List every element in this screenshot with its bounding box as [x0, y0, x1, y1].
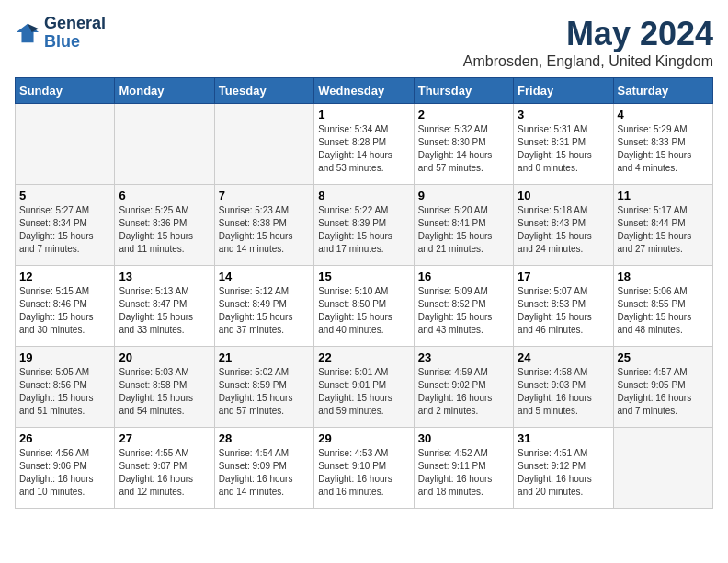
calendar-cell: 16Sunrise: 5:09 AM Sunset: 8:52 PM Dayli… — [414, 266, 513, 347]
weekday-header-thursday: Thursday — [414, 78, 513, 104]
logo-icon — [15, 20, 40, 46]
day-info: Sunrise: 5:12 AM Sunset: 8:49 PM Dayligh… — [219, 285, 310, 337]
day-number: 25 — [618, 350, 709, 364]
day-number: 5 — [19, 189, 110, 202]
day-number: 23 — [418, 350, 509, 364]
day-info: Sunrise: 5:10 AM Sunset: 8:50 PM Dayligh… — [318, 285, 409, 337]
calendar-cell: 26Sunrise: 4:56 AM Sunset: 9:06 PM Dayli… — [16, 428, 115, 509]
day-info: Sunrise: 5:13 AM Sunset: 8:47 PM Dayligh… — [119, 285, 210, 337]
day-number: 17 — [518, 270, 609, 283]
day-info: Sunrise: 5:03 AM Sunset: 8:58 PM Dayligh… — [119, 366, 210, 418]
day-info: Sunrise: 5:07 AM Sunset: 8:53 PM Dayligh… — [518, 285, 609, 337]
day-info: Sunrise: 5:15 AM Sunset: 8:46 PM Dayligh… — [19, 285, 110, 337]
day-info: Sunrise: 5:01 AM Sunset: 9:01 PM Dayligh… — [318, 366, 409, 418]
day-number: 8 — [318, 189, 409, 202]
title-block: May 2024 Ambrosden, England, United King… — [463, 15, 713, 70]
day-number: 22 — [318, 350, 409, 364]
calendar-cell: 23Sunrise: 4:59 AM Sunset: 9:02 PM Dayli… — [414, 347, 513, 428]
calendar-cell — [115, 104, 214, 185]
weekday-header-sunday: Sunday — [16, 78, 115, 104]
calendar-cell: 14Sunrise: 5:12 AM Sunset: 8:49 PM Dayli… — [214, 266, 313, 347]
calendar-cell: 22Sunrise: 5:01 AM Sunset: 9:01 PM Dayli… — [314, 347, 414, 428]
calendar-cell: 11Sunrise: 5:17 AM Sunset: 8:44 PM Dayli… — [613, 185, 712, 266]
day-info: Sunrise: 4:57 AM Sunset: 9:05 PM Dayligh… — [618, 366, 709, 418]
day-number: 1 — [318, 108, 409, 121]
calendar-cell: 9Sunrise: 5:20 AM Sunset: 8:41 PM Daylig… — [414, 185, 513, 266]
calendar-cell: 8Sunrise: 5:22 AM Sunset: 8:39 PM Daylig… — [314, 185, 414, 266]
calendar-cell: 25Sunrise: 4:57 AM Sunset: 9:05 PM Dayli… — [613, 347, 712, 428]
day-number: 12 — [19, 270, 110, 283]
day-info: Sunrise: 4:53 AM Sunset: 9:10 PM Dayligh… — [318, 447, 409, 499]
day-number: 20 — [119, 350, 210, 364]
day-number: 27 — [119, 431, 210, 445]
location: Ambrosden, England, United Kingdom — [463, 53, 713, 70]
day-info: Sunrise: 5:09 AM Sunset: 8:52 PM Dayligh… — [418, 285, 509, 337]
logo-blue: Blue — [44, 33, 106, 52]
day-info: Sunrise: 5:06 AM Sunset: 8:55 PM Dayligh… — [618, 285, 709, 337]
day-info: Sunrise: 5:17 AM Sunset: 8:44 PM Dayligh… — [618, 204, 709, 256]
week-row-3: 12Sunrise: 5:15 AM Sunset: 8:46 PM Dayli… — [16, 266, 713, 347]
month-title: May 2024 — [463, 15, 713, 53]
day-number: 3 — [518, 108, 609, 121]
day-info: Sunrise: 4:51 AM Sunset: 9:12 PM Dayligh… — [518, 447, 609, 499]
calendar-cell: 15Sunrise: 5:10 AM Sunset: 8:50 PM Dayli… — [314, 266, 414, 347]
calendar-cell: 29Sunrise: 4:53 AM Sunset: 9:10 PM Dayli… — [314, 428, 414, 509]
calendar-cell: 17Sunrise: 5:07 AM Sunset: 8:53 PM Dayli… — [514, 266, 613, 347]
calendar-table: SundayMondayTuesdayWednesdayThursdayFrid… — [15, 77, 713, 509]
day-number: 4 — [618, 108, 709, 121]
day-info: Sunrise: 4:55 AM Sunset: 9:07 PM Dayligh… — [119, 447, 210, 499]
day-number: 21 — [219, 350, 310, 364]
calendar-cell: 3Sunrise: 5:31 AM Sunset: 8:31 PM Daylig… — [514, 104, 613, 185]
logo: General Blue — [15, 15, 106, 52]
day-number: 10 — [518, 189, 609, 202]
calendar-cell: 12Sunrise: 5:15 AM Sunset: 8:46 PM Dayli… — [16, 266, 115, 347]
day-number: 24 — [518, 350, 609, 364]
weekday-header-saturday: Saturday — [613, 78, 712, 104]
day-info: Sunrise: 5:02 AM Sunset: 8:59 PM Dayligh… — [219, 366, 310, 418]
day-info: Sunrise: 4:56 AM Sunset: 9:06 PM Dayligh… — [19, 447, 110, 499]
day-number: 6 — [119, 189, 210, 202]
day-number: 16 — [418, 270, 509, 283]
logo-general: General — [44, 15, 106, 33]
day-number: 30 — [418, 431, 509, 445]
day-number: 26 — [19, 431, 110, 445]
day-info: Sunrise: 5:27 AM Sunset: 8:34 PM Dayligh… — [19, 204, 110, 256]
day-info: Sunrise: 5:23 AM Sunset: 8:38 PM Dayligh… — [219, 204, 310, 256]
day-number: 28 — [219, 431, 310, 445]
day-number: 11 — [618, 189, 709, 202]
day-info: Sunrise: 4:54 AM Sunset: 9:09 PM Dayligh… — [219, 447, 310, 499]
day-info: Sunrise: 5:25 AM Sunset: 8:36 PM Dayligh… — [119, 204, 210, 256]
day-number: 31 — [518, 431, 609, 445]
calendar-cell: 30Sunrise: 4:52 AM Sunset: 9:11 PM Dayli… — [414, 428, 513, 509]
weekday-header-tuesday: Tuesday — [214, 78, 313, 104]
calendar-cell: 21Sunrise: 5:02 AM Sunset: 8:59 PM Dayli… — [214, 347, 313, 428]
day-number: 9 — [418, 189, 509, 202]
calendar-cell: 4Sunrise: 5:29 AM Sunset: 8:33 PM Daylig… — [613, 104, 712, 185]
day-info: Sunrise: 5:22 AM Sunset: 8:39 PM Dayligh… — [318, 204, 409, 256]
week-row-4: 19Sunrise: 5:05 AM Sunset: 8:56 PM Dayli… — [16, 347, 713, 428]
day-number: 14 — [219, 270, 310, 283]
weekday-header-monday: Monday — [115, 78, 214, 104]
weekday-header-row: SundayMondayTuesdayWednesdayThursdayFrid… — [16, 78, 713, 104]
day-info: Sunrise: 5:34 AM Sunset: 8:28 PM Dayligh… — [318, 123, 409, 175]
day-info: Sunrise: 5:32 AM Sunset: 8:30 PM Dayligh… — [418, 123, 509, 175]
day-number: 19 — [19, 350, 110, 364]
weekday-header-friday: Friday — [514, 78, 613, 104]
week-row-5: 26Sunrise: 4:56 AM Sunset: 9:06 PM Dayli… — [16, 428, 713, 509]
day-info: Sunrise: 5:31 AM Sunset: 8:31 PM Dayligh… — [518, 123, 609, 175]
weekday-header-wednesday: Wednesday — [314, 78, 414, 104]
day-info: Sunrise: 5:05 AM Sunset: 8:56 PM Dayligh… — [19, 366, 110, 418]
day-number: 2 — [418, 108, 509, 121]
day-number: 7 — [219, 189, 310, 202]
day-info: Sunrise: 5:29 AM Sunset: 8:33 PM Dayligh… — [618, 123, 709, 175]
day-info: Sunrise: 5:20 AM Sunset: 8:41 PM Dayligh… — [418, 204, 509, 256]
calendar-cell: 2Sunrise: 5:32 AM Sunset: 8:30 PM Daylig… — [414, 104, 513, 185]
calendar-cell: 19Sunrise: 5:05 AM Sunset: 8:56 PM Dayli… — [16, 347, 115, 428]
calendar-cell: 20Sunrise: 5:03 AM Sunset: 8:58 PM Dayli… — [115, 347, 214, 428]
day-number: 13 — [119, 270, 210, 283]
calendar-cell — [16, 104, 115, 185]
calendar-cell: 6Sunrise: 5:25 AM Sunset: 8:36 PM Daylig… — [115, 185, 214, 266]
calendar-cell: 31Sunrise: 4:51 AM Sunset: 9:12 PM Dayli… — [514, 428, 613, 509]
calendar-cell: 28Sunrise: 4:54 AM Sunset: 9:09 PM Dayli… — [214, 428, 313, 509]
week-row-2: 5Sunrise: 5:27 AM Sunset: 8:34 PM Daylig… — [16, 185, 713, 266]
